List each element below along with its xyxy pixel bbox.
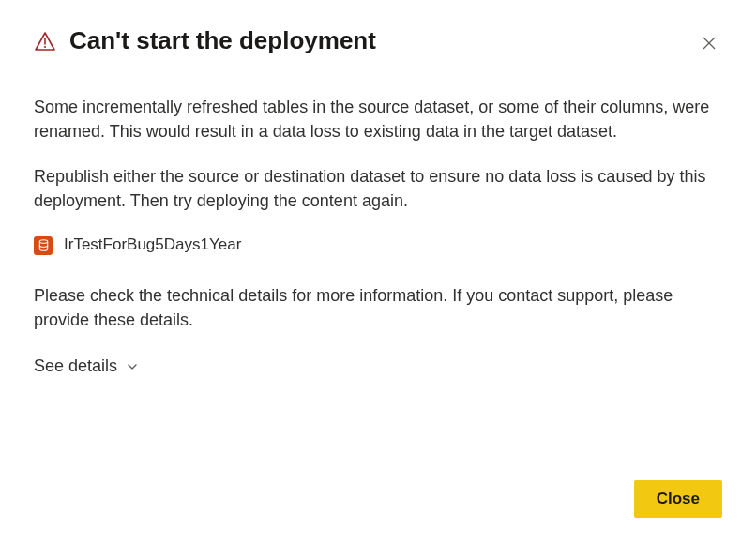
svg-point-4 <box>39 240 47 244</box>
body-paragraph-2: Republish either the source or destinati… <box>34 164 722 213</box>
dialog-footer: Close <box>34 480 722 518</box>
dialog-title: Can't start the deployment <box>69 26 722 55</box>
dataset-item: IrTestForBug5Days1Year <box>34 234 722 257</box>
body-paragraph-3: Please check the technical details for m… <box>34 283 722 332</box>
error-dialog: Can't start the deployment Some incremen… <box>0 0 756 544</box>
dialog-body: Some incrementally refreshed tables in t… <box>34 95 722 454</box>
see-details-label: See details <box>34 356 117 376</box>
svg-point-1 <box>44 45 46 47</box>
close-icon[interactable] <box>700 34 718 53</box>
close-button[interactable]: Close <box>634 480 722 518</box>
chevron-down-icon <box>127 361 138 372</box>
body-paragraph-1: Some incrementally refreshed tables in t… <box>34 95 722 144</box>
warning-icon <box>34 30 56 53</box>
dataset-icon <box>34 236 53 255</box>
dialog-header: Can't start the deployment <box>34 26 722 55</box>
dataset-name: IrTestForBug5Days1Year <box>64 234 241 257</box>
see-details-toggle[interactable]: See details <box>34 356 138 376</box>
